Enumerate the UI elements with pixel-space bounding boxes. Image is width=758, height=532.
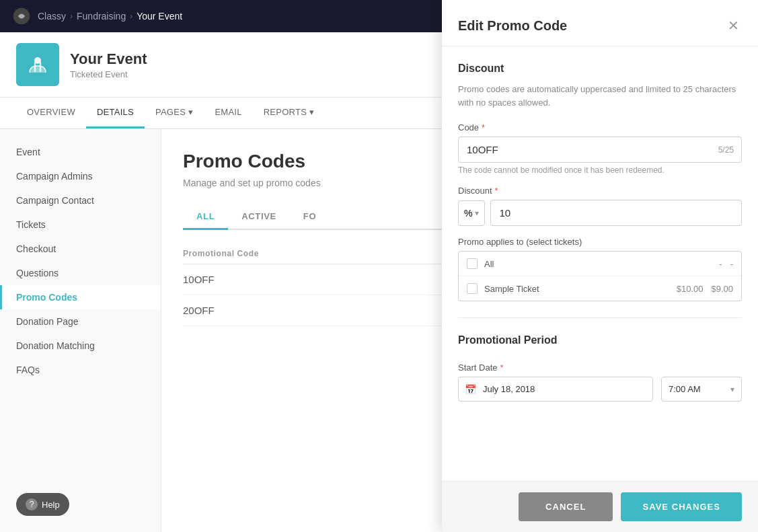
modal-title: Edit Promo Code (458, 18, 567, 34)
sub-tab-all[interactable]: ALL (183, 204, 228, 230)
tab-details[interactable]: DETAILS (86, 98, 145, 128)
discount-type-select[interactable]: % ▾ (458, 200, 485, 226)
breadcrumb-sep-1: › (70, 11, 73, 21)
sidebar-item-questions[interactable]: Questions (0, 261, 161, 285)
help-icon: ? (26, 498, 38, 510)
campaign-type: Ticketed Event (70, 69, 147, 79)
chevron-down-icon-time: ▾ (730, 385, 734, 394)
chevron-down-icon: ▾ (188, 107, 193, 117)
campaign-info: Your Event Ticketed Event (70, 50, 147, 79)
discount-type-label: % (464, 208, 472, 219)
breadcrumb-current: Your Event (137, 11, 182, 22)
code-input-wrapper: 5/25 (458, 137, 742, 163)
edit-promo-modal: Edit Promo Code ✕ Discount Promo codes a… (442, 0, 758, 532)
modal-body: Discount Promo codes are automatically u… (442, 46, 758, 481)
tab-overview[interactable]: OVERVIEW (16, 98, 86, 128)
sidebar-item-event[interactable]: Event (0, 140, 161, 164)
ticket-row-all: All - - (459, 252, 741, 276)
code-field-label: Code * (458, 122, 742, 132)
discount-section-desc: Promo codes are automatically uppercased… (458, 83, 742, 109)
ticket-all-price2: - (730, 259, 733, 269)
period-section-title: Promotional Period (458, 334, 742, 346)
campaign-icon (16, 43, 59, 86)
tab-pages[interactable]: PAGES ▾ (145, 98, 204, 128)
modal-footer: CANCEL SAVE CHANGES (442, 481, 758, 532)
ticket-sample-prices: $10.00 $9.00 (677, 284, 733, 294)
discount-required-star: * (495, 186, 498, 196)
breadcrumb-home[interactable]: Classy (38, 11, 66, 22)
discount-row: % ▾ (458, 200, 742, 226)
section-divider (458, 317, 742, 318)
help-button[interactable]: ? Help (16, 493, 69, 516)
calendar-icon: 📅 (465, 384, 476, 395)
sidebar-item-faqs[interactable]: FAQs (0, 358, 161, 382)
ticket-all-price1: - (719, 259, 722, 269)
logo-icon (11, 5, 32, 27)
ticket-all-prices: - - (719, 259, 733, 269)
sidebar-item-donation-page[interactable]: Donation Page (0, 309, 161, 334)
sidebar: Event Campaign Admins Campaign Contact T… (0, 129, 161, 532)
applies-to-label: Promo applies to (select tickets) (458, 237, 742, 247)
code-required-star: * (482, 122, 485, 132)
discount-field-label: Discount * (458, 186, 742, 196)
ticket-select-box: All - - Sample Ticket $10.00 $9.00 (458, 251, 742, 301)
breadcrumb-section[interactable]: Fundraising (77, 11, 126, 22)
ticket-sample-checkbox[interactable] (467, 283, 478, 294)
start-date-required-star: * (500, 363, 504, 373)
cancel-button[interactable]: CANCEL (519, 492, 613, 521)
modal-header: Edit Promo Code ✕ (442, 0, 758, 46)
tab-reports[interactable]: REPORTS ▾ (253, 98, 326, 128)
sub-tab-for[interactable]: FO (290, 204, 330, 230)
ticket-sample-name: Sample Ticket (484, 284, 670, 294)
campaign-name: Your Event (70, 50, 147, 68)
code-input[interactable] (458, 137, 742, 163)
help-label: Help (42, 500, 60, 510)
sidebar-item-donation-matching[interactable]: Donation Matching (0, 334, 161, 358)
start-time-value: 7:00 AM (669, 384, 701, 394)
date-input-wrapper: 📅 (458, 377, 653, 402)
code-field-note: The code cannot be modified once it has … (458, 165, 742, 175)
ticket-sample-price1: $10.00 (677, 284, 704, 294)
ticket-row-sample: Sample Ticket $10.00 $9.00 (459, 276, 741, 301)
sidebar-item-campaign-contact[interactable]: Campaign Contact (0, 188, 161, 213)
sidebar-item-campaign-admins[interactable]: Campaign Admins (0, 164, 161, 188)
save-button[interactable]: SAVE CHANGES (621, 492, 742, 521)
start-date-input[interactable] (458, 377, 653, 402)
sidebar-item-promo-codes[interactable]: Promo Codes (0, 285, 161, 309)
start-date-row: 📅 7:00 AM ▾ (458, 377, 742, 402)
ticket-all-checkbox[interactable] (467, 258, 478, 269)
modal-close-button[interactable]: ✕ (725, 16, 742, 35)
sub-tab-active[interactable]: ACTIVE (228, 204, 290, 230)
sidebar-item-tickets[interactable]: Tickets (0, 213, 161, 237)
ticket-sample-price2: $9.00 (711, 284, 733, 294)
ticket-all-name: All (484, 259, 712, 269)
discount-value-input[interactable] (490, 200, 742, 226)
breadcrumb-sep-2: › (130, 11, 132, 21)
breadcrumb: Classy › Fundraising › Your Event (38, 11, 182, 22)
chevron-down-icon-reports: ▾ (309, 107, 314, 117)
char-count: 5/25 (718, 145, 734, 155)
tab-email[interactable]: EMAIL (204, 98, 252, 128)
sidebar-item-checkout[interactable]: Checkout (0, 237, 161, 261)
start-date-label: Start Date * (458, 363, 742, 373)
time-select[interactable]: 7:00 AM ▾ (661, 377, 742, 402)
chevron-down-icon: ▾ (475, 208, 479, 218)
discount-section-title: Discount (458, 63, 742, 75)
